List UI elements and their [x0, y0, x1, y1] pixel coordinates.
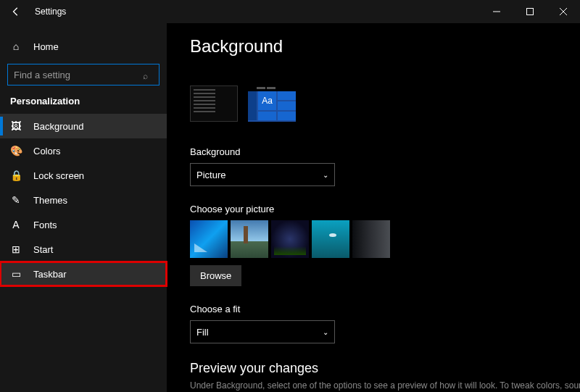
fit-dropdown[interactable]: Fill ⌄ — [190, 320, 335, 343]
themes-icon: ✎ — [10, 194, 22, 206]
sidebar-item-background[interactable]: 🖼 Background — [0, 114, 167, 138]
chevron-down-icon: ⌄ — [323, 171, 328, 179]
picture-thumb[interactable] — [271, 220, 309, 258]
sidebar-item-label: Taskbar — [33, 269, 67, 280]
search-input[interactable] — [7, 64, 160, 86]
taskbar-icon: ▭ — [10, 268, 22, 280]
choose-picture-label: Choose your picture — [190, 204, 580, 214]
picture-icon: 🖼 — [10, 120, 22, 132]
palette-icon: 🎨 — [10, 145, 22, 157]
maximize-button[interactable] — [513, 0, 547, 23]
sidebar-item-label: Themes — [33, 195, 67, 206]
dropdown-value: Picture — [196, 170, 225, 180]
sidebar-item-fonts[interactable]: A Fonts — [0, 212, 167, 237]
sidebar: ⌂ Home ⌕ Personalization 🖼 Background 🎨 … — [0, 23, 167, 392]
close-icon — [560, 8, 567, 15]
picture-thumb[interactable] — [352, 220, 390, 258]
choose-fit-label: Choose a fit — [190, 304, 580, 314]
maximize-icon — [526, 8, 534, 15]
start-icon: ⊞ — [10, 243, 22, 255]
chevron-down-icon: ⌄ — [323, 328, 328, 336]
preview-changes-heading: Preview your changes — [190, 361, 580, 376]
background-dropdown-label: Background — [190, 146, 580, 157]
sample-text: Aa — [258, 91, 276, 110]
home-icon: ⌂ — [10, 41, 22, 52]
back-arrow-icon — [11, 7, 21, 17]
back-button[interactable] — [0, 0, 32, 23]
fonts-icon: A — [10, 219, 22, 230]
section-heading: Personalization — [0, 93, 167, 114]
lock-icon: 🔒 — [10, 170, 22, 181]
picture-thumbnails — [190, 220, 580, 258]
start-preview-thumb: Aa — [248, 86, 296, 122]
page-title: Background — [190, 36, 580, 57]
sidebar-item-label: Fonts — [33, 220, 57, 230]
svg-rect-1 — [527, 9, 534, 15]
sidebar-item-start[interactable]: ⊞ Start — [0, 237, 167, 262]
minimize-button[interactable] — [480, 0, 513, 23]
picture-thumb[interactable] — [231, 220, 268, 258]
title-bar: Settings — [0, 0, 580, 23]
close-button[interactable] — [547, 0, 580, 23]
desktop-preview-thumb — [190, 86, 238, 122]
window-title: Settings — [35, 7, 66, 17]
home-nav[interactable]: ⌂ Home — [0, 32, 167, 61]
sidebar-item-lockscreen[interactable]: 🔒 Lock screen — [0, 163, 167, 188]
cutoff-text: Under Background, select one of the opti… — [190, 380, 580, 391]
sidebar-item-label: Background — [33, 121, 83, 132]
sidebar-item-colors[interactable]: 🎨 Colors — [0, 138, 167, 163]
content-pane: Background Aa Background Picture ⌄ Choos… — [167, 23, 580, 392]
picture-thumb[interactable] — [312, 220, 349, 258]
sidebar-item-taskbar[interactable]: ▭ Taskbar — [0, 262, 167, 286]
home-label: Home — [33, 41, 59, 52]
sidebar-item-label: Lock screen — [33, 170, 84, 181]
minimize-icon — [493, 8, 500, 15]
sidebar-item-themes[interactable]: ✎ Themes — [0, 188, 167, 212]
picture-thumb[interactable] — [190, 220, 228, 258]
dropdown-value: Fill — [196, 327, 209, 338]
search-icon: ⌕ — [143, 71, 148, 81]
sidebar-item-label: Colors — [33, 146, 61, 157]
sidebar-item-label: Start — [33, 244, 53, 255]
background-dropdown[interactable]: Picture ⌄ — [190, 163, 335, 186]
browse-button[interactable]: Browse — [190, 265, 241, 286]
caption-controls — [480, 0, 580, 23]
background-preview: Aa — [190, 86, 580, 122]
